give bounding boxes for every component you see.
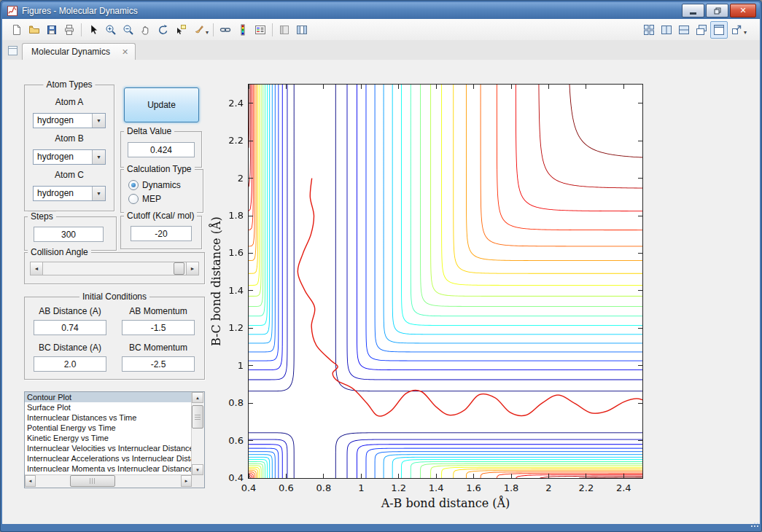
calculation-type-panel-title: Calculation Type [124, 164, 195, 174]
link-plot-button[interactable] [217, 21, 234, 39]
split-top-bottom-button[interactable] [675, 21, 693, 39]
collision-angle-slider[interactable]: ◄ ► [30, 262, 199, 275]
brush-data-button[interactable] [190, 21, 207, 39]
atom-a-dropdown-value: hydrogen [34, 114, 92, 128]
dynamics-radio[interactable]: Dynamics [128, 180, 181, 190]
toolbar-separator [81, 23, 82, 36]
slider-thumb[interactable] [174, 262, 184, 275]
hide-plot-tools-button[interactable] [276, 21, 293, 39]
dropdown-arrow-button[interactable]: ▼ [92, 114, 105, 128]
ab-distance-field[interactable] [34, 320, 106, 335]
title-bar[interactable]: Figures - Molecular Dynamics ✕ [2, 2, 760, 19]
bc-distance-label: BC Distance (A) [34, 343, 106, 353]
save-figure-button[interactable] [43, 21, 61, 39]
horizontal-scrollbar[interactable]: ◄ ► [25, 474, 192, 488]
bc-momentum-field[interactable] [122, 356, 195, 372]
minimize-button[interactable] [682, 4, 704, 17]
atom-b-dropdown[interactable]: hydrogen ▼ [33, 149, 106, 165]
dynamics-radio-label: Dynamics [142, 180, 181, 190]
data-cursor-button[interactable] [172, 21, 190, 39]
hand-pan-icon [140, 24, 152, 36]
figures-window: Figures - Molecular Dynamics ✕ [0, 0, 762, 532]
insert-colorbar-button[interactable] [234, 21, 252, 39]
atom-b-dropdown-value: hydrogen [34, 150, 92, 164]
vertical-scrollbar[interactable]: ▲ ▼ [191, 392, 204, 475]
insert-legend-button[interactable] [252, 21, 269, 39]
x-tick-label: 1 [346, 482, 376, 493]
brush-dropdown-arrow-icon[interactable]: ▾ [206, 29, 209, 36]
pointer-arrow-icon [88, 24, 99, 36]
contour-plot [249, 85, 642, 478]
mep-radio[interactable]: MEP [128, 194, 161, 204]
zoom-in-icon [105, 24, 117, 36]
new-figure-button[interactable] [8, 21, 26, 39]
rotate-3d-button[interactable] [155, 21, 172, 39]
window-layout-toolbar: ▾ [640, 21, 755, 39]
layout-dropdown-arrow-icon[interactable]: ▾ [744, 29, 747, 36]
list-item-potential-energy[interactable]: Potential Energy vs Time [25, 423, 192, 433]
tab-bar-menu-icon[interactable] [7, 45, 19, 57]
list-item-internuclear-momenta[interactable]: Internuclear Momenta vs Internuclear Dis… [25, 463, 192, 474]
list-item-contour-plot[interactable]: Contour Plot [25, 392, 192, 402]
split-left-right-button[interactable] [658, 21, 675, 39]
print-figure-button[interactable] [61, 21, 78, 39]
dropdown-arrow-button[interactable]: ▼ [92, 187, 105, 200]
show-plot-tools-icon [296, 24, 308, 36]
cutoff-field[interactable] [131, 226, 192, 241]
show-plot-tools-button[interactable] [293, 21, 311, 39]
steps-panel: Steps [24, 216, 117, 251]
steps-field[interactable] [34, 227, 104, 242]
atom-c-dropdown[interactable]: hydrogen ▼ [33, 186, 106, 201]
open-file-button[interactable] [26, 21, 43, 39]
scroll-down-button[interactable]: ▼ [192, 464, 203, 475]
float-windows-button[interactable] [693, 21, 710, 39]
restore-button[interactable] [706, 4, 728, 17]
scrollbar-grip [195, 415, 201, 420]
horizontal-scrollbar-thumb[interactable] [70, 475, 115, 487]
x-tick-label: 2.2 [572, 482, 601, 493]
maximize-window-icon [713, 24, 725, 36]
y-axis-label: B-C bond distance (Å) [209, 85, 223, 478]
list-item-internuclear-velocities[interactable]: Internuclear Velocities vs Internuclear … [25, 443, 192, 453]
tile-windows-button[interactable] [640, 21, 658, 39]
slider-right-arrow-button[interactable]: ► [186, 262, 198, 275]
split-top-bottom-icon [678, 24, 690, 36]
restore-icon [714, 7, 721, 15]
list-item-kinetic-energy[interactable]: Kinetic Energy vs Time [25, 433, 192, 443]
atom-c-label: Atom C [25, 170, 114, 180]
maximize-window-button[interactable] [710, 21, 728, 39]
dropdown-arrow-button[interactable]: ▼ [92, 150, 105, 164]
slider-left-arrow-button[interactable]: ◄ [31, 262, 43, 275]
close-button[interactable]: ✕ [730, 4, 756, 17]
scrollbar-grip [90, 478, 96, 484]
zoom-in-button[interactable] [102, 21, 120, 39]
update-button[interactable]: Update [124, 87, 199, 122]
bc-distance-field[interactable] [34, 356, 106, 372]
undock-figure-button[interactable] [728, 21, 745, 39]
toolbar-separator [213, 23, 214, 36]
toolbar-separator [272, 23, 273, 36]
ab-momentum-field[interactable] [122, 320, 195, 335]
vertical-scrollbar-thumb[interactable] [192, 405, 203, 429]
delta-value-field[interactable] [128, 142, 195, 157]
resize-grip[interactable] [750, 517, 759, 531]
tab-close-icon[interactable]: ✕ [122, 48, 128, 56]
x-tick-label: 0.6 [271, 482, 300, 493]
pan-button[interactable] [137, 21, 155, 39]
new-figure-icon [11, 24, 23, 36]
atom-a-dropdown[interactable]: hydrogen ▼ [33, 113, 106, 128]
scroll-left-button[interactable]: ◄ [25, 475, 36, 487]
scroll-up-button[interactable]: ▲ [192, 392, 203, 403]
list-item-surface-plot[interactable]: Surface Plot [25, 402, 192, 412]
slider-track[interactable] [43, 262, 186, 275]
tab-molecular-dynamics[interactable]: Molecular Dynamics ✕ [22, 43, 136, 60]
figure-toolbar: ▾ [2, 19, 760, 41]
zoom-out-button[interactable] [120, 21, 137, 39]
list-item-internuclear-distances[interactable]: Internuclear Distances vs Time [25, 412, 192, 423]
y-tick-label: 2.2 [228, 135, 244, 146]
plot-axes: 0.40.60.811.21.41.61.822.22.40.40.60.811… [248, 84, 643, 479]
brush-icon [193, 24, 204, 36]
scroll-right-button[interactable]: ► [181, 475, 192, 487]
edit-plot-button[interactable] [85, 21, 102, 39]
list-item-internuclear-accelerations[interactable]: Internuclear Accelerations vs Internucle… [25, 453, 192, 463]
